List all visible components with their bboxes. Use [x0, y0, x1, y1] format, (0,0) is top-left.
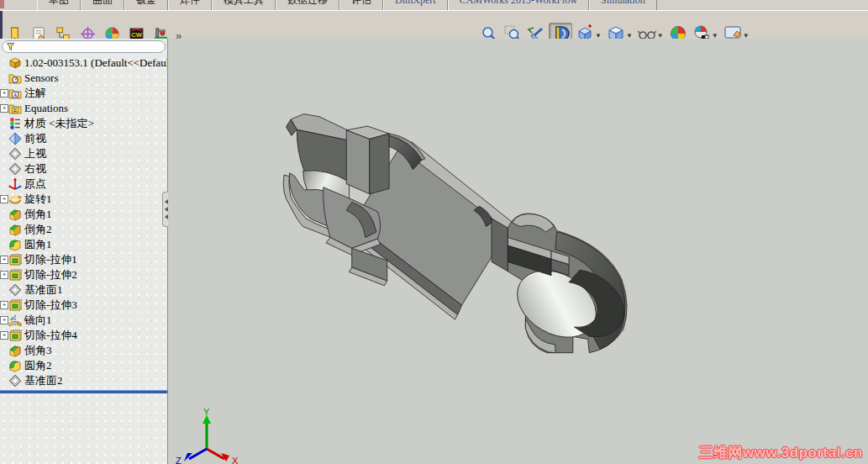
expand-toggle[interactable]: +	[0, 331, 8, 340]
tree-filter-input[interactable]	[2, 40, 166, 53]
ribbon-tab-1[interactable]: 草图	[37, 0, 81, 10]
ribbon-tab-9[interactable]: CAMWorks 2013-WorkFlow	[448, 0, 589, 10]
tree-item-13[interactable]: + 切除-拉伸1	[0, 252, 167, 267]
svg-text:CW: CW	[131, 30, 142, 38]
toolbar-row: CW » ▼ ▼ ▼ ▼ ▼	[0, 10, 868, 40]
solidworks-window: 草图 曲面 钣金 焊件 模具工具 数据迁移 评估 DimXpert CAMWor…	[0, 0, 868, 464]
expand-toggle[interactable]: +	[0, 256, 8, 264]
tree-item-label: 上视	[24, 146, 46, 161]
tree-item-label: 基准面1	[24, 282, 63, 298]
ribbon-tab-2[interactable]: 曲面	[81, 0, 124, 10]
tree-item-2[interactable]: + A 注解	[0, 86, 167, 101]
cut-extrude-icon	[8, 329, 22, 342]
graphics-viewport[interactable]: Y X Z 三维网www.3dportal.cn	[168, 39, 868, 464]
expand-toggle[interactable]: +	[0, 104, 8, 113]
tree-item-label: 倒角3	[24, 343, 52, 358]
tree-item-12[interactable]: 圆角1	[0, 237, 167, 252]
tree-item-7[interactable]: 右视	[0, 161, 167, 177]
plane-icon	[8, 147, 22, 161]
fillet-icon	[8, 359, 22, 372]
window-corner-fragment	[0, 0, 4, 8]
tree-item-11[interactable]: 倒角2	[0, 222, 167, 237]
svg-text:A: A	[13, 92, 18, 98]
tree-item-18[interactable]: + 切除-拉伸4	[0, 328, 167, 343]
tree-item-20[interactable]: 圆角2	[0, 358, 167, 373]
tree-item-label: 切除-拉伸3	[24, 298, 77, 313]
cut-extrude-icon	[8, 253, 22, 266]
fillet-icon	[8, 238, 22, 251]
tree-item-label: 圆角1	[24, 237, 52, 252]
tree-item-label: 切除-拉伸1	[24, 252, 77, 267]
expand-toggle[interactable]: +	[0, 89, 8, 98]
chamfer-icon	[8, 344, 22, 357]
revolve-icon	[8, 192, 22, 206]
tree-item-14[interactable]: + 切除-拉伸2	[0, 267, 167, 282]
ribbon-tab-7[interactable]: 评估	[339, 0, 383, 10]
tree-item-label: Equations	[24, 102, 68, 115]
svg-text:Σ: Σ	[13, 107, 17, 113]
tree-item-21[interactable]: 基准面2	[0, 373, 167, 388]
tree-item-17[interactable]: + 镜向1	[0, 313, 167, 328]
material-icon	[8, 117, 22, 130]
expand-toggle[interactable]: +	[0, 271, 8, 279]
tree-item-8[interactable]: 原点	[0, 177, 167, 192]
chamfer-icon	[8, 223, 22, 236]
tree-item-9[interactable]: + 旋转1	[0, 192, 167, 207]
tree-item-label: 原点	[24, 177, 46, 192]
tree-item-15[interactable]: 基准面1	[0, 282, 167, 298]
annotations-icon: A	[8, 87, 22, 100]
tree-item-4[interactable]: 材质 <未指定>	[0, 116, 167, 131]
tree-item-label: 1.02-003153.1 (Default<<Defaul	[24, 56, 167, 70]
expand-toggle[interactable]: +	[0, 195, 8, 203]
part-icon	[8, 56, 22, 70]
tree-item-16[interactable]: + 切除-拉伸3	[0, 298, 167, 313]
tree-item-label: 注解	[24, 86, 46, 101]
tree-item-label: 倒角1	[24, 207, 52, 222]
ribbon-tab-8[interactable]: DimXpert	[383, 0, 448, 10]
cut-extrude-icon	[8, 298, 22, 312]
equations-icon: Σ	[8, 102, 22, 115]
tree-item-root[interactable]: 1.02-003153.1 (Default<<Defaul	[0, 55, 167, 71]
ribbon-tab-5[interactable]: 模具工具	[212, 0, 276, 10]
tree-item-6[interactable]: 上视	[0, 146, 167, 161]
svg-text:Z: Z	[176, 456, 181, 464]
expand-toggle[interactable]: +	[0, 301, 8, 309]
tree-item-label: 右视	[24, 161, 46, 177]
model-3d[interactable]	[168, 39, 868, 464]
origin-icon	[8, 177, 22, 191]
svg-text:Y: Y	[203, 409, 210, 417]
tree-item-5[interactable]: 前视	[0, 131, 167, 146]
svg-text:X: X	[232, 456, 239, 464]
tree-item-label: 倒角2	[24, 222, 52, 237]
rollback-bar[interactable]	[0, 390, 167, 393]
tree-item-label: 镜向1	[24, 313, 52, 328]
filter-funnel-icon	[6, 42, 15, 51]
ribbon-tab-10[interactable]: Simulation	[589, 0, 657, 10]
expand-toggle[interactable]: +	[0, 316, 8, 324]
tree-item-label: 前视	[24, 131, 46, 146]
sensors-icon	[8, 71, 22, 85]
plane-front-icon	[8, 132, 22, 145]
tree-item-label: 材质 <未指定>	[24, 116, 94, 131]
ribbon-tab-bar: 草图 曲面 钣金 焊件 模具工具 数据迁移 评估 DimXpert CAMWor…	[0, 0, 868, 10]
plane-icon	[8, 283, 22, 297]
tree-item-19[interactable]: 倒角3	[0, 343, 167, 358]
plane-icon	[8, 162, 22, 176]
cut-extrude-icon	[8, 268, 22, 282]
tree-item-10[interactable]: 倒角1	[0, 207, 167, 222]
tree-item-label: 圆角2	[24, 358, 52, 373]
mirror-icon	[8, 314, 22, 327]
tree-item-label: 基准面2	[24, 373, 63, 388]
ribbon-tab-6[interactable]: 数据迁移	[276, 0, 339, 10]
tree-item-3[interactable]: + Σ Equations	[0, 101, 167, 116]
tree-item-1[interactable]: Sensors	[0, 71, 167, 86]
tree-item-label: 切除-拉伸2	[24, 267, 77, 282]
plane-icon	[8, 374, 22, 388]
ribbon-tab-4[interactable]: 焊件	[168, 0, 212, 10]
tree-item-label: 旋转1	[24, 192, 52, 207]
watermark: 三维网www.3dportal.cn	[699, 443, 863, 462]
orientation-triad: Y X Z	[172, 409, 248, 464]
ribbon-tab-3[interactable]: 钣金	[124, 0, 168, 10]
tree-item-label: 切除-拉伸4	[24, 328, 77, 343]
tree-item-label: Sensors	[24, 71, 58, 85]
